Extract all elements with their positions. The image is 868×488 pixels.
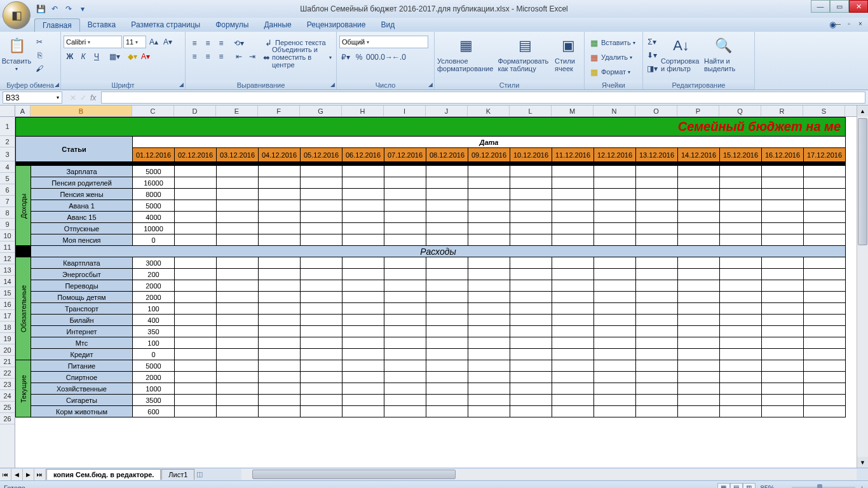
cell[interactable]	[301, 280, 342, 292]
cell[interactable]	[510, 326, 552, 337]
cell[interactable]	[720, 337, 762, 349]
cell[interactable]	[510, 315, 552, 326]
cell[interactable]	[720, 223, 762, 234]
row-header[interactable]: 12	[0, 253, 15, 264]
cell[interactable]	[384, 326, 426, 337]
cell[interactable]	[468, 212, 510, 223]
row-header[interactable]: 14	[0, 276, 15, 287]
grow-font-icon[interactable]: A▴	[147, 36, 160, 48]
cell[interactable]	[804, 257, 846, 269]
row-label[interactable]: Моя пенсия	[31, 234, 133, 246]
value-cell[interactable]: 16000	[133, 177, 175, 189]
cell[interactable]	[217, 257, 259, 269]
cell[interactable]	[720, 212, 762, 223]
cell[interactable]	[175, 212, 217, 223]
row-label[interactable]: Помощь детям	[31, 292, 133, 303]
cell[interactable]	[594, 212, 636, 223]
value-cell[interactable]: 3000	[133, 257, 175, 269]
cell[interactable]	[259, 200, 301, 212]
cell[interactable]	[384, 360, 426, 372]
delete-cells-button[interactable]: ▦Удалить▾	[587, 50, 637, 64]
cell[interactable]	[804, 372, 846, 383]
date-cell[interactable]: 06.12.2016	[342, 148, 384, 162]
cell[interactable]	[468, 315, 510, 326]
align-center-icon[interactable]: ≡	[201, 50, 214, 63]
date-cell[interactable]: 15.12.2016	[720, 148, 762, 162]
cell[interactable]	[259, 326, 301, 337]
date-cell[interactable]: 03.12.2016	[217, 148, 259, 162]
cell[interactable]	[342, 315, 384, 326]
cell[interactable]	[175, 406, 217, 417]
cell[interactable]	[175, 360, 217, 372]
cell[interactable]	[342, 166, 384, 177]
cell[interactable]	[175, 166, 217, 177]
redo-icon[interactable]: ↷	[64, 4, 74, 14]
value-cell[interactable]: 5000	[133, 200, 175, 212]
cell[interactable]	[636, 315, 678, 326]
cell[interactable]	[804, 223, 846, 234]
cell[interactable]	[342, 257, 384, 269]
conditional-formatting-button[interactable]: ▦Условное форматирование	[437, 33, 495, 72]
cell[interactable]	[259, 223, 301, 234]
tab-Разметка страницы[interactable]: Разметка страницы	[123, 18, 208, 32]
ribbon-restore-button[interactable]: ▫	[844, 19, 854, 28]
cell[interactable]	[217, 292, 259, 303]
cell[interactable]	[720, 406, 762, 417]
cell[interactable]	[175, 292, 217, 303]
cell[interactable]	[762, 337, 804, 349]
sheet-tab[interactable]: копия Сем.бюд. в редакторе.	[46, 469, 161, 480]
page-break-view-icon[interactable]: ▥	[743, 483, 756, 489]
row-header[interactable]: 18	[0, 322, 15, 333]
percent-icon[interactable]: %	[353, 51, 365, 64]
row-label[interactable]: Квартплата	[31, 257, 133, 269]
col-header[interactable]: A	[15, 105, 31, 116]
cell[interactable]	[468, 234, 510, 246]
value-cell[interactable]: 1000	[133, 383, 175, 395]
cell[interactable]	[552, 189, 594, 200]
minimize-button[interactable]: —	[811, 0, 830, 13]
cell[interactable]	[594, 280, 636, 292]
cell[interactable]	[762, 223, 804, 234]
close-button[interactable]: ✕	[849, 0, 868, 13]
row-header[interactable]: 25	[0, 402, 15, 413]
merge-center-button[interactable]: ⬌Объединить и поместить в центре▾	[261, 50, 334, 64]
cell[interactable]	[804, 234, 846, 246]
ribbon-minimize-button[interactable]: —	[832, 19, 843, 28]
cell[interactable]	[804, 177, 846, 189]
cell[interactable]	[384, 395, 426, 406]
cell[interactable]	[510, 257, 552, 269]
cell[interactable]	[804, 166, 846, 177]
date-cell[interactable]: 14.12.2016	[678, 148, 720, 162]
cell[interactable]	[552, 234, 594, 246]
cell[interactable]	[301, 269, 342, 280]
copy-icon[interactable]: ⎘	[33, 49, 46, 62]
col-header[interactable]: P	[677, 105, 719, 116]
cell[interactable]	[762, 189, 804, 200]
cell[interactable]	[636, 349, 678, 360]
office-button[interactable]: ◧	[3, 1, 31, 29]
border-button[interactable]: ▦▾	[108, 50, 121, 63]
cell[interactable]	[678, 326, 720, 337]
cell[interactable]	[342, 337, 384, 349]
column-headers[interactable]: ABCDEFGHIJKLMNOPQRS	[15, 105, 857, 117]
cell[interactable]	[594, 223, 636, 234]
cell[interactable]	[426, 395, 468, 406]
col-header[interactable]: B	[31, 105, 132, 116]
cell[interactable]	[426, 200, 468, 212]
tab-Формулы[interactable]: Формулы	[208, 18, 256, 32]
col-header[interactable]: O	[635, 105, 677, 116]
cell[interactable]	[762, 395, 804, 406]
shrink-font-icon[interactable]: A▾	[161, 36, 174, 48]
cell[interactable]	[720, 383, 762, 395]
cell[interactable]	[594, 406, 636, 417]
fx-icon[interactable]: fx	[90, 93, 96, 102]
cell[interactable]	[552, 257, 594, 269]
cell[interactable]	[678, 212, 720, 223]
cell[interactable]	[468, 349, 510, 360]
cell[interactable]	[301, 372, 342, 383]
col-header[interactable]: F	[258, 105, 300, 116]
col-header[interactable]: C	[132, 105, 174, 116]
cell[interactable]	[217, 234, 259, 246]
cell[interactable]	[259, 303, 301, 315]
cell[interactable]	[636, 303, 678, 315]
